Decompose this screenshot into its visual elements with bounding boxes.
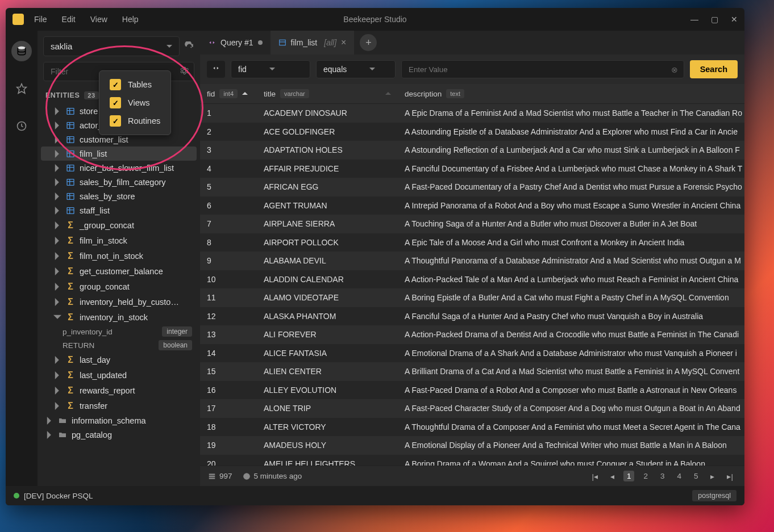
rail-database-icon[interactable]	[11, 41, 32, 61]
popup-routines[interactable]: Routines	[107, 112, 163, 130]
menu-help[interactable]: Help	[122, 15, 139, 24]
page-2[interactable]: 2	[640, 471, 651, 481]
connection-name: [DEV] Docker PSQL	[24, 492, 93, 500]
page-3[interactable]: 3	[657, 471, 668, 481]
entities-count: 23	[84, 91, 98, 99]
database-select[interactable]: saklia	[43, 36, 180, 56]
tree-item-_group_concat[interactable]: Σ_group_concat	[38, 217, 200, 233]
filter-settings-icon[interactable]	[180, 66, 189, 76]
rail-history-icon[interactable]	[11, 116, 32, 136]
tree-item-nicer_but_slower_film_list[interactable]: nicer_but_slower_film_list	[38, 161, 200, 175]
table-row[interactable]: 15ALIEN CENTERA Brilliant Drama of a Cat…	[200, 362, 744, 381]
svg-rect-18	[67, 179, 74, 185]
tree-item-inventory_held_by_custo…[interactable]: Σinventory_held_by_custo…	[38, 294, 200, 309]
page-1[interactable]: 1	[623, 471, 635, 481]
filter-value-wrap: ⊗	[401, 60, 684, 78]
tab-film_list[interactable]: film_list[all]×	[271, 31, 355, 55]
filter-popup: TablesViewsRoutines	[99, 70, 171, 135]
tab-add-button[interactable]: +	[360, 34, 377, 51]
page-5[interactable]: 5	[690, 471, 702, 481]
rail-star-icon[interactable]	[11, 78, 32, 99]
titlebar: FileEditViewHelp Beekeeper Studio — ▢ ✕	[6, 8, 744, 31]
search-button[interactable]: Search	[690, 60, 738, 78]
tab-query-#1[interactable]: Query #1	[200, 31, 271, 55]
tree-item-film_in_stock[interactable]: Σfilm_in_stock	[38, 233, 200, 248]
table-row[interactable]: 14ALICE FANTASIAA Emotional Drama of a A…	[200, 344, 744, 363]
left-rail	[6, 31, 38, 486]
table-row[interactable]: 18ALTER VICTORYA Thoughtful Drama of a C…	[200, 418, 744, 437]
toggle-code-icon[interactable]	[207, 61, 225, 78]
table-row[interactable]: 19AMADEUS HOLYA Emotional Display of a P…	[200, 436, 744, 455]
schema-pg_catalog[interactable]: pg_catalog	[38, 428, 200, 442]
tree-item-last_updated[interactable]: Σlast_updated	[38, 367, 200, 383]
filter-value-input[interactable]	[409, 65, 677, 74]
menu-file[interactable]: File	[34, 15, 47, 24]
page-4[interactable]: 4	[673, 471, 685, 481]
svg-rect-29	[209, 474, 215, 475]
table-row[interactable]: 6AGENT TRUMANA Intrepid Panorama of a Ro…	[200, 196, 744, 215]
tree-item-film_list[interactable]: film_list	[41, 146, 197, 161]
svg-rect-6	[67, 122, 74, 128]
window-minimize[interactable]: —	[690, 15, 698, 24]
col-description[interactable]: descriptiontext	[398, 84, 744, 103]
checkbox-icon[interactable]	[110, 97, 121, 108]
svg-rect-27	[279, 40, 285, 45]
table-row[interactable]: 20AMELIE HELLFIGHTERSA Boring Drama of a…	[200, 455, 744, 466]
tree-sub: p_inventory_idinteger	[38, 325, 200, 338]
tree-item-film_not_in_stock[interactable]: Σfilm_not_in_stock	[38, 248, 200, 263]
checkbox-icon[interactable]	[110, 79, 121, 90]
col-title[interactable]: titlevarchar	[257, 84, 398, 103]
table-row[interactable]: 7AIRPLANE SIERRAA Touching Saga of a Hun…	[200, 215, 744, 233]
table-row[interactable]: 16ALLEY EVOLUTIONA Fast-Paced Drama of a…	[200, 381, 744, 400]
table-row[interactable]: 17ALONE TRIPA Fast-Paced Character Study…	[200, 399, 744, 418]
tree-item-transfer[interactable]: Σtransfer	[38, 398, 200, 413]
svg-rect-21	[67, 193, 74, 199]
window-title: Beekeeper Studio	[343, 15, 406, 24]
table-row[interactable]: 2ACE GOLDFINGERA Astounding Epistle of a…	[200, 123, 744, 141]
svg-rect-30	[209, 475, 215, 476]
popup-views[interactable]: Views	[107, 94, 163, 112]
col-fid[interactable]: fidint4	[200, 84, 257, 103]
table-row[interactable]: 5AFRICAN EGGA Fast-Paced Documentary of …	[200, 178, 744, 196]
svg-rect-12	[67, 150, 74, 157]
svg-marker-1	[17, 84, 27, 94]
tree-item-last_day[interactable]: Σlast_day	[38, 352, 200, 367]
filter-column-select[interactable]: fid	[231, 60, 310, 78]
page-prev-icon[interactable]: ◂	[607, 471, 618, 482]
tree-item-sales_by_store[interactable]: sales_by_store	[38, 189, 200, 203]
page-prev-icon[interactable]: |◂	[588, 471, 601, 482]
table-row[interactable]: 10ALADDIN CALENDARA Action-Packed Tale o…	[200, 270, 744, 289]
tree-item-staff_list[interactable]: staff_list	[38, 203, 200, 217]
grid-body[interactable]: 1ACADEMY DINOSAURA Epic Drama of a Femin…	[200, 104, 744, 466]
table-row[interactable]: 1ACADEMY DINOSAURA Epic Drama of a Femin…	[200, 104, 744, 123]
table-row[interactable]: 13ALI FOREVERA Action-Packed Drama of a …	[200, 325, 744, 344]
tree-item-sales_by_film_category[interactable]: sales_by_film_category	[38, 175, 200, 189]
table-row[interactable]: 11ALAMO VIDEOTAPEA Boring Epistle of a B…	[200, 288, 744, 307]
tree-item-group_concat[interactable]: Σgroup_concat	[38, 279, 200, 294]
clear-icon[interactable]: ⊗	[671, 65, 678, 74]
table-row[interactable]: 3ADAPTATION HOLESA Astounding Reflection…	[200, 141, 744, 160]
schema-information_schema[interactable]: information_schema	[38, 413, 200, 428]
tab-close-icon[interactable]: ×	[341, 37, 346, 48]
menu-view[interactable]: View	[90, 15, 107, 24]
checkbox-icon[interactable]	[110, 115, 121, 127]
table-row[interactable]: 4AFFAIR PREJUDICEA Fanciful Documentary …	[200, 160, 744, 178]
tree-item-rewards_report[interactable]: Σrewards_report	[38, 383, 200, 398]
page-next-icon[interactable]: ▸|	[723, 471, 736, 482]
table-row[interactable]: 9ALABAMA DEVILA Thoughtful Panorama of a…	[200, 252, 744, 270]
filter-op-select[interactable]: equals	[316, 60, 396, 78]
tree-item-get_customer_balance[interactable]: Σget_customer_balance	[38, 263, 200, 279]
connection-bar: [DEV] Docker PSQL postgresql	[6, 486, 744, 505]
popup-tables[interactable]: Tables	[107, 76, 163, 94]
tree-sub: RETURNboolean	[38, 338, 200, 352]
page-next-icon[interactable]: ▸	[707, 471, 718, 482]
table-row[interactable]: 12ALASKA PHANTOMA Fanciful Saga of a Hun…	[200, 307, 744, 326]
window-close[interactable]: ✕	[731, 15, 738, 24]
refresh-icon[interactable]	[184, 41, 194, 52]
sort-asc-icon	[242, 91, 248, 97]
tree-item-inventory_in_stock[interactable]: Σinventory_in_stock	[38, 309, 200, 325]
grid-status-bar: 997 5 minutes ago |◂◂12345▸▸|	[200, 466, 744, 486]
window-maximize[interactable]: ▢	[711, 15, 718, 24]
table-row[interactable]: 8AIRPORT POLLOCKA Epic Tale of a Moose A…	[200, 233, 744, 252]
menu-edit[interactable]: Edit	[62, 15, 76, 24]
